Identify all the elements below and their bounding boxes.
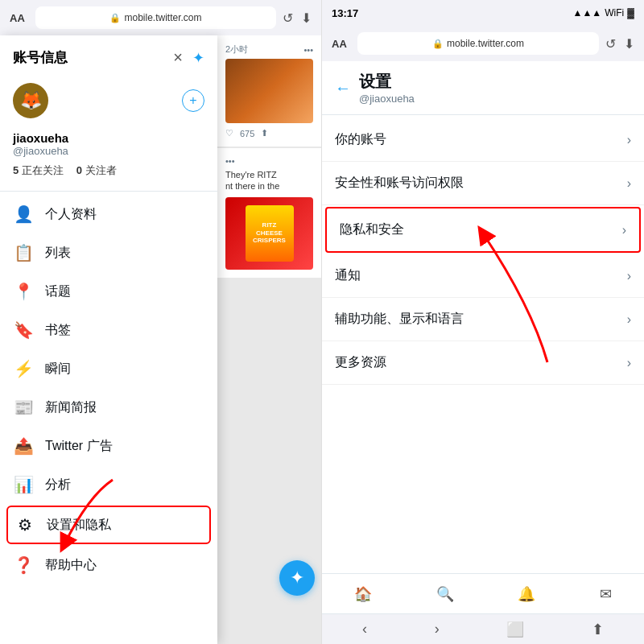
fab-button[interactable]: ✦ <box>279 560 315 596</box>
nav-icon-analytics: 📊 <box>13 475 34 494</box>
nav-icon-bookmarks: 🔖 <box>13 320 34 340</box>
settings-chevron-security: › <box>627 176 631 191</box>
nav-item-analytics[interactable]: 📊 分析 <box>0 465 217 504</box>
right-back-nav-icon[interactable]: ‹ <box>362 621 367 638</box>
feed-image-2: RITZCHEESECRISPERS <box>225 197 313 270</box>
feed-item-2-text: They're RITZnt there in the <box>225 169 313 192</box>
left-panel: AA 🔒 mobile.twitter.com ↺ ⬇ 2小时 ••• ♡ 67… <box>0 0 322 644</box>
nav-item-help[interactable]: ❓ 帮助中心 <box>0 546 217 584</box>
feed-item-1: 2小时 ••• ♡ 675 ⬆ <box>217 35 321 147</box>
right-lock-icon: 🔒 <box>432 39 444 49</box>
nav-item-lists[interactable]: 📋 列表 <box>0 233 217 272</box>
left-url-bar[interactable]: 🔒 mobile.twitter.com <box>35 6 276 29</box>
feed-item-1-more[interactable]: ••• <box>303 45 313 55</box>
settings-back-button[interactable]: ← <box>335 79 351 97</box>
right-forward-nav-icon[interactable]: › <box>435 621 440 638</box>
nav-icon-settings: ⚙ <box>14 515 35 535</box>
settings-label-security: 安全性和账号访问权限 <box>335 175 464 192</box>
nav-icon-help: ❓ <box>13 555 34 575</box>
nav-item-ads[interactable]: 📤 Twitter 广告 <box>0 427 217 465</box>
display-name: jiaoxueha <box>13 131 204 145</box>
nav-label-newsletter: 新闻简报 <box>45 399 97 416</box>
feed-item-2: ••• They're RITZnt there in the RITZCHEE… <box>217 148 321 278</box>
left-browser-bar: AA 🔒 mobile.twitter.com ↺ ⬇ <box>0 0 321 35</box>
left-aa-button[interactable]: AA <box>10 12 29 24</box>
left-lock-icon: 🔒 <box>109 13 121 23</box>
left-reload-button[interactable]: ↺ <box>283 10 293 26</box>
nav-label-moments: 瞬间 <box>45 361 71 378</box>
feed-like-icon: ♡ <box>225 128 233 138</box>
left-download-button[interactable]: ⬇ <box>301 10 312 26</box>
right-url-bar[interactable]: 🔒 mobile.twitter.com <box>357 32 599 55</box>
feed-background: 2小时 ••• ♡ 675 ⬆ ••• They're RITZnt there… <box>217 35 321 644</box>
left-browser-icons: ↺ ⬇ <box>283 10 312 26</box>
drawer-sparkle-button[interactable]: ✦ <box>192 49 204 67</box>
settings-label-privacy: 隐私和安全 <box>340 221 404 238</box>
ritz-chip: RITZCHEESECRISPERS <box>246 205 294 262</box>
settings-list: 你的账号 ›安全性和账号访问权限 ›隐私和安全 ›通知 ›辅助功能、显示和语言 … <box>322 118 644 385</box>
right-share-nav-icon[interactable]: ⬆ <box>592 621 604 638</box>
drawer-title: 账号信息 <box>13 48 68 67</box>
drawer-nav: 👤 个人资料📋 列表📍 话题🔖 书签⚡ 瞬间📰 新闻简报📤 Twitter 广告… <box>0 195 217 644</box>
battery-icon: ▓ <box>627 7 634 19</box>
nav-item-bookmarks[interactable]: 🔖 书签 <box>0 311 217 349</box>
settings-item-accessibility[interactable]: 辅助功能、显示和语言 › <box>322 298 644 341</box>
right-download-button[interactable]: ⬇ <box>624 36 634 52</box>
settings-chevron-notifications: › <box>627 269 631 283</box>
settings-item-account[interactable]: 你的账号 › <box>322 118 644 162</box>
status-icons: ▲▲▲ WiFi ▓ <box>573 7 634 19</box>
nav-label-analytics: 分析 <box>45 477 71 493</box>
feed-image-1 <box>225 59 313 123</box>
feed-content: 2小时 ••• ♡ 675 ⬆ ••• They're RITZnt there… <box>217 35 321 278</box>
right-nav-mail-icon[interactable]: ✉ <box>600 585 612 603</box>
settings-item-privacy[interactable]: 隐私和安全 › <box>325 207 641 253</box>
right-bottom-nav: 🏠 🔍 🔔 ✉ <box>322 573 644 613</box>
user-handle: @jiaoxueha <box>13 145 204 157</box>
nav-item-profile[interactable]: 👤 个人资料 <box>0 195 217 233</box>
avatar: 🦊 <box>13 83 48 118</box>
nav-item-moments[interactable]: ⚡ 瞬间 <box>0 349 217 388</box>
drawer-header: 账号信息 × ✦ <box>0 35 217 73</box>
drawer-close-button[interactable]: × <box>173 48 183 67</box>
settings-item-notifications[interactable]: 通知 › <box>322 254 644 298</box>
feed-item-1-stats: ♡ 675 ⬆ <box>225 128 313 138</box>
right-nav-home-icon[interactable]: 🏠 <box>354 585 372 603</box>
right-browser-bar: AA 🔒 mobile.twitter.com ↺ ⬇ <box>322 26 644 61</box>
nav-item-topics[interactable]: 📍 话题 <box>0 272 217 311</box>
drawer-stats: 5 正在关注 0 关注者 <box>0 157 217 188</box>
nav-label-ads: Twitter 广告 <box>45 438 113 455</box>
nav-label-help: 帮助中心 <box>45 557 97 574</box>
nav-label-lists: 列表 <box>45 245 71 262</box>
nav-icon-moments: ⚡ <box>13 359 34 378</box>
right-nav-bell-icon[interactable]: 🔔 <box>518 585 535 603</box>
right-tab-icon[interactable]: ⬜ <box>506 621 524 638</box>
nav-item-settings[interactable]: ⚙ 设置和隐私 <box>6 506 211 544</box>
right-browser-icons: ↺ ⬇ <box>605 36 634 52</box>
settings-chevron-resources: › <box>627 356 631 370</box>
settings-label-accessibility: 辅助功能、显示和语言 <box>335 311 464 328</box>
settings-handle: @jiaoxueha <box>359 93 415 105</box>
nav-icon-topics: 📍 <box>13 282 34 301</box>
nav-icon-ads: 📤 <box>13 436 34 456</box>
nav-label-profile: 个人资料 <box>45 206 97 223</box>
right-nav-search-icon[interactable]: 🔍 <box>436 585 454 603</box>
right-reload-button[interactable]: ↺ <box>605 36 616 52</box>
settings-item-security[interactable]: 安全性和账号访问权限 › <box>322 162 644 205</box>
feed-like-count: 675 <box>240 129 254 138</box>
nav-label-bookmarks: 书签 <box>45 322 71 339</box>
nav-item-newsletter[interactable]: 📰 新闻简报 <box>0 388 217 427</box>
settings-label-notifications: 通知 <box>335 267 361 284</box>
settings-chevron-account: › <box>627 133 631 147</box>
feed-item-2-header: ••• <box>225 156 313 166</box>
settings-item-resources[interactable]: 更多资源 › <box>322 341 644 385</box>
settings-chevron-accessibility: › <box>627 312 631 327</box>
nav-icon-lists: 📋 <box>13 243 34 262</box>
right-url-text: mobile.twitter.com <box>447 38 524 49</box>
settings-top-divider <box>322 114 644 115</box>
feed-item-2-more[interactable]: ••• <box>225 156 235 166</box>
right-aa-button[interactable]: AA <box>332 38 351 50</box>
nav-icon-profile: 👤 <box>13 204 34 224</box>
settings-container: ← 设置 @jiaoxueha 你的账号 ›安全性和账号访问权限 ›隐私和安全 … <box>322 61 644 573</box>
add-account-button[interactable]: + <box>182 89 204 112</box>
following-count: 5 正在关注 <box>13 163 64 178</box>
